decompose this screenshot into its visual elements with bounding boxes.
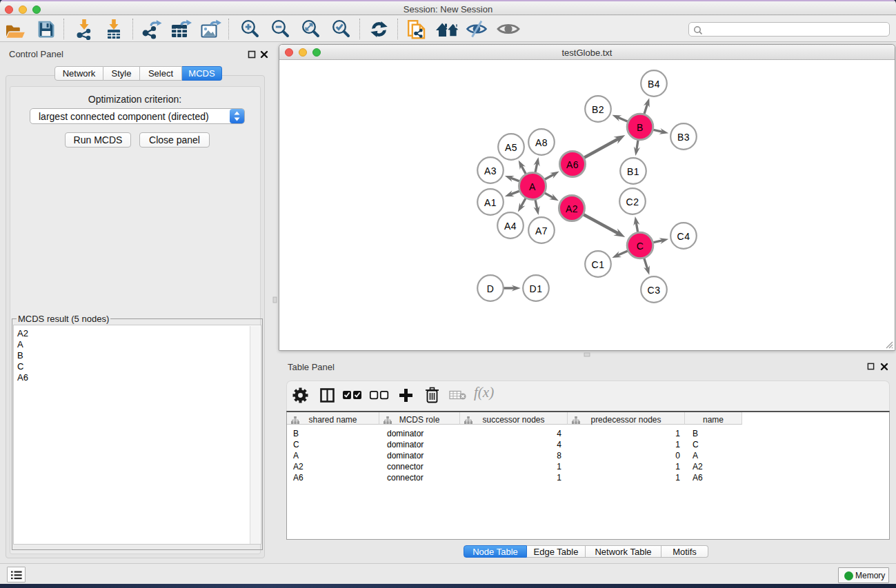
svg-text:B: B xyxy=(637,122,644,133)
svg-text:C2: C2 xyxy=(626,196,639,207)
svg-text:A5: A5 xyxy=(505,142,517,153)
svg-text:C3: C3 xyxy=(648,285,661,296)
svg-text:A8: A8 xyxy=(535,137,548,148)
svg-text:D: D xyxy=(487,283,495,294)
svg-text:A4: A4 xyxy=(504,221,517,232)
svg-text:B2: B2 xyxy=(592,104,604,115)
svg-text:A2: A2 xyxy=(566,203,578,214)
svg-text:C1: C1 xyxy=(592,259,605,270)
svg-text:C4: C4 xyxy=(677,231,690,242)
svg-text:D1: D1 xyxy=(530,283,543,294)
svg-text:C: C xyxy=(637,241,644,252)
svg-text:A1: A1 xyxy=(484,197,497,208)
svg-text:A: A xyxy=(529,181,536,192)
svg-text:A6: A6 xyxy=(566,159,579,170)
svg-text:A3: A3 xyxy=(484,165,497,176)
svg-text:B1: B1 xyxy=(627,166,639,177)
svg-text:B3: B3 xyxy=(677,132,690,143)
svg-text:A7: A7 xyxy=(535,225,548,236)
svg-text:B4: B4 xyxy=(648,79,660,90)
